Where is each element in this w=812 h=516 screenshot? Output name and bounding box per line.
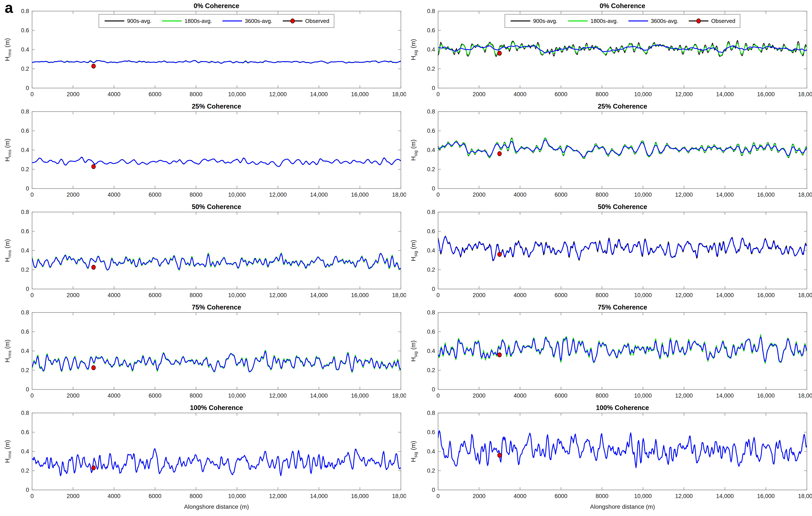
observed-marker	[92, 466, 95, 470]
observed-marker	[92, 164, 95, 169]
x-tick-label: 6000	[149, 493, 162, 499]
x-tick-label: 2000	[67, 91, 80, 97]
y-tick-label: 0	[432, 185, 435, 192]
subplot-1-right: 25% Coherence0200040006000800010,00012,0…	[406, 102, 812, 203]
legend-label: 1800s-avg.	[590, 18, 618, 24]
subplot-4-right: 100% Coherence0200040006000800010,00012,…	[406, 403, 812, 515]
x-tick-label: 0	[436, 91, 440, 97]
y-tick-label: 0.6	[427, 128, 435, 134]
y-tick-label: 0.4	[21, 47, 29, 53]
y-tick-label: 0.2	[427, 66, 435, 72]
x-tick-label: 18,000	[392, 493, 406, 499]
y-tick-label: 0.8	[427, 410, 435, 416]
series-group	[32, 350, 401, 372]
series-line-3600s-avg	[438, 237, 807, 260]
x-tick-label: 14,000	[716, 91, 734, 97]
legend-label: Observed	[305, 18, 329, 24]
x-tick-label: 18,000	[798, 91, 812, 97]
panel-title: 75% Coherence	[598, 304, 647, 311]
y-tick-label: 0.6	[21, 329, 29, 335]
x-tick-label: 2000	[473, 292, 486, 298]
panel-title: 0% Coherence	[194, 2, 239, 10]
y-tick-label: 0	[432, 286, 435, 292]
x-tick-label: 10,000	[634, 392, 652, 399]
plot-box	[438, 212, 807, 289]
y-tick-label: 0.8	[427, 109, 435, 115]
legend-label: 1800s-avg.	[184, 18, 212, 24]
y-axis-label: Hrms (m)	[4, 139, 12, 161]
x-tick-label: 14,000	[716, 392, 734, 399]
y-tick-label: 0.8	[21, 8, 29, 14]
x-tick-label: 10,000	[228, 91, 246, 97]
x-tick-label: 8000	[596, 292, 608, 298]
series-group	[438, 335, 807, 363]
plot-box	[32, 312, 401, 390]
x-tick-label: 2000	[67, 292, 80, 298]
series-group	[32, 157, 401, 167]
x-tick-label: 14,000	[716, 292, 734, 298]
x-tick-label: 6000	[555, 392, 568, 399]
x-tick-label: 2000	[473, 392, 486, 399]
series-group	[438, 431, 807, 468]
legend-label: 900s-avg.	[533, 18, 557, 24]
y-tick-label: 0.6	[427, 27, 435, 34]
legend: 900s-avg.1800s-avg.3600s-avg.Observed	[99, 14, 334, 28]
x-tick-label: 10,000	[228, 392, 246, 399]
x-tick-label: 10,000	[228, 493, 246, 499]
x-tick-label: 4000	[514, 91, 526, 97]
x-tick-label: 4000	[514, 493, 526, 499]
x-tick-label: 6000	[149, 292, 162, 298]
x-tick-label: 6000	[555, 191, 568, 198]
x-tick-label: 0	[436, 392, 440, 399]
series-group	[32, 60, 401, 63]
x-tick-label: 8000	[596, 392, 608, 399]
x-tick-label: 14,000	[716, 191, 734, 198]
series-line-3600s-avg	[32, 60, 401, 63]
x-tick-label: 14,000	[310, 392, 328, 399]
x-tick-label: 10,000	[634, 91, 652, 97]
x-tick-label: 6000	[149, 392, 162, 399]
x-tick-label: 0	[436, 292, 440, 298]
panel-title: 75% Coherence	[192, 304, 241, 311]
x-tick-label: 10,000	[634, 191, 652, 198]
y-axis-label: Hrms (m)	[4, 239, 12, 262]
x-tick-label: 6000	[149, 191, 162, 198]
x-tick-label: 10,000	[634, 493, 652, 499]
y-tick-label: 0.6	[427, 429, 435, 435]
y-axis-label: Hrms (m)	[4, 38, 12, 61]
x-tick-label: 14,000	[310, 292, 328, 298]
x-tick-label: 4000	[108, 91, 120, 97]
x-tick-label: 12,000	[269, 392, 287, 399]
series-group	[438, 138, 807, 159]
panel-title: 50% Coherence	[192, 203, 241, 211]
panel-title: 25% Coherence	[192, 102, 241, 110]
observed-marker	[498, 353, 501, 357]
y-tick-label: 0.2	[427, 467, 435, 474]
y-tick-label: 0.4	[427, 247, 435, 254]
y-tick-label: 0.2	[21, 166, 29, 173]
y-tick-label: 0.4	[427, 147, 435, 153]
panels-grid: 0% Coherence0200040006000800010,00012,00…	[0, 2, 812, 516]
observed-marker	[92, 265, 95, 269]
y-axis-label: Hsig (m)	[410, 340, 418, 361]
y-tick-label: 0.8	[427, 8, 435, 14]
y-tick-label: 0.6	[427, 329, 435, 335]
x-tick-label: 14,000	[310, 191, 328, 198]
y-tick-label: 0.2	[21, 267, 29, 273]
y-tick-label: 0.8	[427, 309, 435, 316]
y-tick-label: 0.6	[21, 429, 29, 435]
x-tick-label: 2000	[473, 191, 486, 198]
x-tick-label: 4000	[108, 392, 120, 399]
x-tick-label: 6000	[555, 292, 568, 298]
observed-marker	[498, 453, 501, 457]
x-tick-label: 10,000	[228, 191, 246, 198]
x-tick-label: 16,000	[351, 91, 369, 97]
observed-marker	[498, 152, 501, 156]
legend-label: 900s-avg.	[127, 18, 151, 24]
y-tick-label: 0.2	[21, 467, 29, 474]
x-tick-label: 16,000	[351, 191, 369, 198]
x-tick-label: 8000	[596, 91, 608, 97]
x-tick-label: 18,000	[392, 191, 406, 198]
x-tick-label: 0	[436, 493, 440, 499]
x-tick-label: 8000	[190, 91, 202, 97]
